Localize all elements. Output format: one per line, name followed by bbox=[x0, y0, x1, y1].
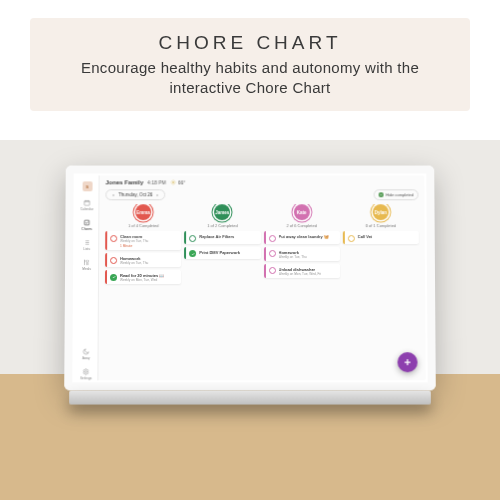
chore-card[interactable]: Print DMV Paperwork bbox=[184, 247, 260, 259]
person-avatar[interactable]: Dylan bbox=[373, 204, 389, 220]
chore-checkbox[interactable] bbox=[189, 235, 196, 242]
date-picker[interactable]: Thursday, Oct 26 bbox=[105, 189, 165, 200]
chore-card-body: Clean roomWeekly on Tue, Thu1 Minute bbox=[120, 234, 178, 248]
calendar-icon bbox=[83, 199, 90, 206]
chore-card-body: HomeworkWeekly on Tue, Thu bbox=[120, 256, 178, 265]
chore-schedule: Weekly on Tue, Thu bbox=[120, 261, 178, 265]
family-name: Jones Family bbox=[106, 179, 144, 185]
sidebar-label: Away bbox=[82, 356, 90, 360]
svg-rect-1 bbox=[85, 220, 90, 225]
chore-card-body: Unload dishwasherWeekly on Mon, Tue, Wed… bbox=[278, 267, 336, 276]
chore-card[interactable]: Call Vet bbox=[343, 231, 419, 243]
weather[interactable]: 66° bbox=[170, 179, 186, 185]
person-column: Emma1 of 4 CompletedClean roomWeekly on … bbox=[104, 204, 181, 374]
chore-checkbox-done[interactable] bbox=[189, 250, 196, 257]
completion-count: 1 of 2 Completed bbox=[207, 223, 237, 228]
chore-card-body: Replace Air Filters bbox=[199, 234, 257, 241]
chore-card[interactable]: HomeworkWeekly on Tue, Thu bbox=[105, 253, 181, 267]
person-column: Kate2 of 6 CompletedPut away clean laund… bbox=[263, 204, 340, 374]
chore-card-body: Call Vet bbox=[358, 234, 416, 241]
chore-card-body: HomeworkWeekly on Tue, Thu bbox=[278, 250, 336, 259]
date-label: Thursday, Oct 26 bbox=[118, 192, 152, 197]
device-base bbox=[69, 390, 431, 404]
hero-title: CHORE CHART bbox=[54, 32, 446, 54]
chore-card[interactable]: HomeworkWeekly on Tue, Thu bbox=[263, 247, 339, 261]
person-avatar[interactable]: James bbox=[214, 204, 230, 220]
chore-card[interactable]: Clean roomWeekly on Tue, Thu1 Minute bbox=[105, 231, 181, 250]
sidebar-item-settings[interactable]: Settings bbox=[80, 368, 92, 380]
chore-card-body: Print DMV Paperwork bbox=[199, 250, 257, 257]
hero-subtitle: Encourage healthy habits and autonomy wi… bbox=[54, 58, 446, 97]
chore-title: Call Vet bbox=[358, 234, 416, 239]
sidebar-item-lists[interactable]: Lists bbox=[83, 239, 90, 251]
chevron-right-icon bbox=[155, 193, 159, 197]
gear-icon bbox=[82, 368, 89, 375]
chore-checkbox[interactable] bbox=[268, 267, 275, 274]
screen: S Calendar Chores Lists Meals Away bbox=[74, 175, 425, 380]
chore-title: Print DMV Paperwork bbox=[199, 250, 257, 255]
svg-rect-0 bbox=[84, 201, 89, 206]
chore-card-body: Read for 20 minutes 📖Weekly on Mon, Tue,… bbox=[120, 273, 178, 282]
clock-time: 4:18 PM bbox=[147, 179, 166, 185]
columns: Emma1 of 4 CompletedClean roomWeekly on … bbox=[98, 204, 425, 380]
profile-avatar[interactable]: S bbox=[82, 181, 92, 191]
chore-schedule: Weekly on Tue, Thu bbox=[120, 239, 178, 243]
chore-title: Replace Air Filters bbox=[199, 234, 257, 239]
svg-point-3 bbox=[172, 181, 174, 183]
moon-icon bbox=[82, 348, 89, 355]
meals-icon bbox=[83, 259, 90, 266]
chore-card[interactable]: Put away clean laundry 🧺 bbox=[263, 231, 339, 243]
add-chore-button[interactable] bbox=[397, 352, 417, 372]
sidebar-item-chores[interactable]: Chores bbox=[82, 219, 92, 231]
sidebar-label: Calendar bbox=[80, 207, 93, 211]
chore-checkbox-done[interactable] bbox=[110, 274, 117, 281]
completion-count: 1 of 4 Completed bbox=[128, 223, 158, 228]
chore-checkbox[interactable] bbox=[268, 250, 275, 257]
sidebar-item-away[interactable]: Away bbox=[82, 348, 90, 360]
chore-checkbox[interactable] bbox=[348, 235, 355, 242]
chore-card-body: Put away clean laundry 🧺 bbox=[278, 234, 336, 241]
person-column: Dylan0 of 1 CompletedCall Vet bbox=[342, 204, 419, 374]
chore-schedule: Weekly on Mon, Tue, Wed, Fri bbox=[278, 272, 336, 276]
hero-banner: CHORE CHART Encourage healthy habits and… bbox=[30, 18, 470, 111]
sidebar-label: Meals bbox=[82, 267, 91, 271]
chore-title: Put away clean laundry 🧺 bbox=[278, 234, 336, 239]
chore-checkbox[interactable] bbox=[110, 235, 117, 242]
chore-schedule: Weekly on Tue, Thu bbox=[278, 255, 336, 259]
checkmark-icon bbox=[379, 192, 384, 197]
completion-count: 0 of 1 Completed bbox=[365, 223, 395, 228]
chore-checkbox[interactable] bbox=[268, 235, 275, 242]
topbar: Jones Family 4:18 PM 66° bbox=[100, 175, 425, 187]
person-column: James1 of 2 CompletedReplace Air Filters… bbox=[184, 204, 261, 374]
main-area: Jones Family 4:18 PM 66° Thursday, Oct 2… bbox=[98, 175, 425, 380]
sidebar-label: Lists bbox=[83, 247, 90, 251]
chore-card[interactable]: Unload dishwasherWeekly on Mon, Tue, Wed… bbox=[263, 264, 339, 278]
sidebar-item-meals[interactable]: Meals bbox=[82, 259, 91, 271]
temperature: 66° bbox=[178, 179, 186, 185]
sidebar-item-calendar[interactable]: Calendar bbox=[80, 199, 93, 211]
datebar: Thursday, Oct 26 Hide completed bbox=[99, 187, 424, 204]
sidebar-label: Settings bbox=[80, 376, 92, 380]
sidebar: S Calendar Chores Lists Meals Away bbox=[74, 175, 99, 380]
person-avatar[interactable]: Emma bbox=[135, 204, 151, 220]
chevron-left-icon bbox=[111, 193, 115, 197]
hide-completed-label: Hide completed bbox=[386, 192, 414, 197]
chore-alert: 1 Minute bbox=[120, 244, 178, 248]
svg-point-2 bbox=[85, 371, 87, 373]
chore-card[interactable]: Read for 20 minutes 📖Weekly on Mon, Tue,… bbox=[105, 270, 181, 284]
device-frame: S Calendar Chores Lists Meals Away bbox=[64, 166, 436, 391]
plus-icon bbox=[402, 357, 412, 367]
list-icon bbox=[83, 239, 90, 246]
sidebar-label: Chores bbox=[82, 227, 92, 231]
checklist-icon bbox=[83, 219, 90, 226]
person-avatar[interactable]: Kate bbox=[294, 204, 310, 220]
sun-icon bbox=[170, 179, 176, 185]
chore-schedule: Weekly on Mon, Tue, Wed bbox=[120, 278, 178, 282]
chore-card[interactable]: Replace Air Filters bbox=[184, 231, 260, 243]
chore-checkbox[interactable] bbox=[110, 257, 117, 264]
completion-count: 2 of 6 Completed bbox=[286, 223, 316, 228]
hide-completed-toggle[interactable]: Hide completed bbox=[374, 189, 419, 200]
